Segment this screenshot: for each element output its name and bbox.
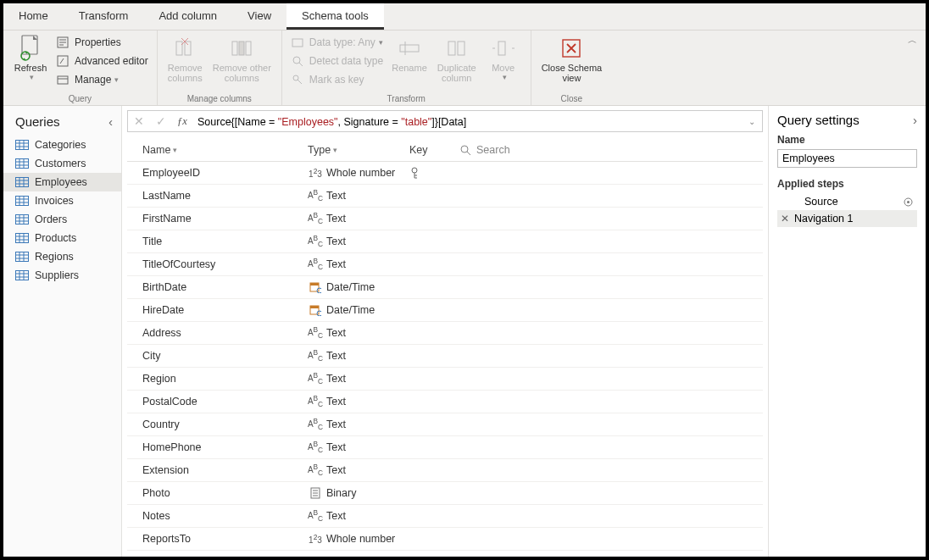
column-name: Region [142, 373, 308, 385]
schema-row[interactable]: PostalCodeABCText [127, 391, 763, 413]
cancel-formula-button[interactable]: ✕ [128, 114, 150, 128]
query-name-input[interactable] [777, 149, 917, 168]
move-icon [490, 35, 517, 62]
column-name: Country [142, 419, 308, 430]
expand-formula-button[interactable]: ⌄ [742, 117, 762, 126]
svg-rect-12 [239, 42, 244, 55]
tab-home[interactable]: Home [3, 3, 64, 30]
schema-row[interactable]: HomePhoneABCText [127, 436, 763, 459]
schema-row[interactable]: ExtensionABCText [127, 459, 763, 482]
svg-rect-14 [292, 39, 303, 47]
query-item-customers[interactable]: Customers [3, 154, 121, 173]
collapse-ribbon-button[interactable]: ︿ [908, 34, 917, 47]
query-item-invoices[interactable]: Invoices [3, 191, 121, 210]
tab-add-column[interactable]: Add column [143, 3, 232, 30]
table-icon [15, 214, 29, 225]
svg-rect-22 [458, 42, 464, 55]
rename-button: Rename [387, 33, 432, 75]
schema-row[interactable]: PhotoBinary [127, 482, 763, 505]
schema-row[interactable]: CountryABCText [127, 413, 763, 436]
column-type-header[interactable]: Type▾ [308, 144, 409, 156]
svg-rect-9 [176, 42, 182, 55]
column-type: Date/Time [308, 304, 409, 316]
column-type: ABCText [308, 325, 409, 340]
commit-formula-button[interactable]: ✓ [150, 114, 172, 128]
svg-point-82 [907, 201, 910, 203]
query-item-suppliers[interactable]: Suppliers [3, 266, 121, 285]
schema-row[interactable]: AddressABCText [127, 322, 763, 345]
schema-row[interactable]: RegionABCText [127, 368, 763, 391]
search-icon [460, 145, 471, 156]
collapse-queries-button[interactable]: ‹ [108, 114, 113, 129]
advanced-editor-button[interactable]: Advanced editor [53, 52, 152, 70]
svg-rect-55 [16, 252, 29, 262]
column-name-header[interactable]: Name▾ [142, 144, 308, 156]
properties-button[interactable]: Properties [53, 33, 152, 52]
column-type: ABCText [308, 371, 409, 385]
svg-rect-6 [58, 56, 68, 66]
schema-row[interactable]: CityABCText [127, 345, 763, 368]
applied-step[interactable]: Source [777, 193, 917, 210]
search-input[interactable]: Search [460, 144, 753, 156]
column-name: HomePhone [142, 441, 308, 453]
ribbon-tabs: HomeTransformAdd columnViewSchema tools [3, 3, 926, 30]
schema-rows[interactable]: EmployeeID123Whole numberLastNameABCText… [127, 162, 763, 557]
duplicate-column-button: Duplicate column [432, 33, 481, 85]
manage-button[interactable]: Manage ▾ [53, 70, 152, 89]
refresh-button[interactable]: Refresh ▾ [8, 33, 53, 83]
column-name: Photo [142, 487, 308, 499]
svg-rect-13 [246, 42, 251, 55]
schema-row[interactable]: ReportsTo123Whole number [127, 528, 763, 551]
query-item-products[interactable]: Products [3, 229, 121, 247]
schema-row[interactable]: LastNameABCText [127, 185, 763, 208]
column-name: PostalCode [142, 396, 308, 408]
schema-row[interactable]: FirstNameABCText [127, 208, 763, 230]
column-type: ABCText [308, 508, 409, 523]
ribbon-group-close: Close Schema view Close [531, 30, 613, 105]
ribbon-group-query: Refresh ▾ Properties Advanced editor Man… [3, 30, 158, 105]
column-key [409, 167, 460, 179]
type-icon: 123 [308, 167, 323, 179]
type-icon: ABC [308, 234, 323, 248]
manage-icon [56, 73, 70, 86]
move-button: Move ▾ [481, 33, 526, 83]
tab-view[interactable]: View [232, 3, 286, 30]
collapse-settings-button[interactable]: › [913, 113, 917, 127]
svg-rect-50 [16, 234, 29, 243]
query-item-orders[interactable]: Orders [3, 210, 121, 229]
type-icon: ABC [308, 417, 323, 431]
query-settings-pane: Query settings › Name Applied steps Sour… [768, 106, 926, 557]
schema-row[interactable]: BirthDateDate/Time [127, 276, 763, 299]
column-type: ABCText [308, 348, 409, 363]
formula-text[interactable]: Source{[Name = "Employees", Signature = … [192, 115, 742, 128]
fx-icon[interactable]: ƒx [172, 115, 192, 128]
query-item-categories[interactable]: Categories [3, 136, 121, 154]
svg-rect-10 [185, 42, 191, 55]
ribbon-group-transform: Data type: Any ▾ Detect data type Mark a… [282, 30, 531, 105]
close-schema-view-button[interactable]: Close Schema view [537, 33, 608, 85]
query-item-employees[interactable]: Employees [3, 173, 121, 191]
schema-row[interactable]: TitleOfCourtesyABCText [127, 253, 763, 276]
svg-line-18 [298, 80, 302, 84]
column-type: 123Whole number [308, 167, 409, 179]
applied-step[interactable]: ✕Navigation 1 [777, 210, 917, 227]
query-item-regions[interactable]: Regions [3, 247, 121, 266]
svg-rect-45 [16, 215, 29, 225]
schema-columns-header: Name▾ Type▾ Key Search [127, 139, 763, 162]
schema-row[interactable]: NotesABCText [127, 505, 763, 528]
tab-transform[interactable]: Transform [64, 3, 144, 30]
table-icon [15, 252, 29, 262]
chevron-down-icon: ▾ [30, 73, 34, 81]
gear-icon[interactable] [903, 197, 914, 208]
schema-row[interactable]: TitleABCText [127, 230, 763, 253]
step-label: Navigation 1 [794, 213, 854, 225]
refresh-icon [17, 35, 44, 62]
delete-step-icon[interactable]: ✕ [781, 213, 793, 225]
schema-row[interactable]: HireDateDate/Time [127, 299, 763, 322]
column-name: ReportsTo [142, 533, 308, 545]
type-icon: ABC [308, 371, 323, 385]
schema-row[interactable]: EmployeeID123Whole number [127, 162, 763, 185]
tab-schema-tools[interactable]: Schema tools [286, 3, 384, 30]
column-type: ABCText [308, 440, 409, 454]
svg-rect-21 [448, 42, 455, 55]
